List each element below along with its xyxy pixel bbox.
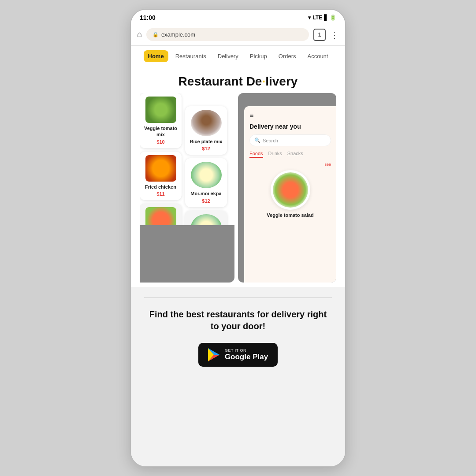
inner-search-placeholder: Search: [263, 138, 278, 143]
nav-restaurants[interactable]: Restaurants: [171, 50, 211, 62]
inner-search-icon: 🔍: [254, 138, 260, 143]
inner-see-all[interactable]: see: [249, 162, 331, 167]
gray-overlay-left: [140, 225, 234, 283]
inner-food-name: Veggie tomato salad: [249, 212, 331, 218]
food-name-2: Rice plate mix: [189, 138, 223, 145]
food-image-moi-moi: [191, 162, 222, 188]
food-image-veggie-tomato: [145, 97, 176, 123]
play-triangle-icon: [208, 348, 219, 361]
nav-bar: Home Restaurants Delivery Pickup Orders …: [131, 46, 345, 67]
webpage: Home Restaurants Delivery Pickup Orders …: [131, 46, 345, 466]
food-card-moi-moi: Moi-moi ekpa $12: [185, 158, 227, 207]
inner-tab-snacks[interactable]: Snacks: [287, 151, 303, 158]
play-store-text: GET IT ON Google Play: [225, 348, 268, 361]
inner-tab-drinks[interactable]: Drinks: [268, 151, 282, 158]
nav-account[interactable]: Account: [303, 50, 332, 62]
food-card-fried-chicken: Fried chicken $11: [140, 152, 182, 200]
inner-tabs: Foods Drinks Snacks: [249, 151, 331, 158]
food-name-3: Fried chicken: [143, 184, 178, 190]
food-name-1: Veggie tomato mix: [143, 125, 178, 138]
food-image-fried-chicken: [145, 155, 176, 182]
tab-button[interactable]: 1: [313, 29, 326, 41]
nav-orders[interactable]: Orders: [274, 50, 301, 62]
food-image-rice: [191, 110, 222, 136]
food-price-2: $12: [189, 146, 223, 151]
food-price-4: $12: [189, 198, 223, 204]
cta-text: Find the best restaurants for delivery r…: [144, 309, 332, 332]
food-name-4: Moi-moi ekpa: [189, 190, 223, 197]
divider: [144, 298, 332, 298]
lock-icon: 🔒: [152, 32, 159, 37]
inner-menu-icon: ≡: [249, 112, 331, 119]
food-card-rice-plate: Rice plate mix $12: [185, 106, 227, 155]
status-bar: 11:00 ▾ LTE ▋ 🔋: [131, 10, 345, 25]
hero-title-area: Restaurant De·livery: [131, 67, 345, 93]
inner-search-bar[interactable]: 🔍 Search: [249, 134, 331, 146]
lte-label: LTE: [312, 15, 322, 21]
browser-menu-icon[interactable]: ⋮: [330, 30, 339, 40]
play-store-icon: [208, 348, 219, 361]
nav-home[interactable]: Home: [144, 50, 168, 62]
food-price-3: $11: [143, 191, 178, 197]
url-bar[interactable]: 🔒 example.com: [146, 28, 309, 41]
inner-food-image: [271, 170, 310, 210]
nav-delivery[interactable]: Delivery: [213, 50, 243, 62]
right-panel: ≡ Delivery near you 🔍 Search Foods Drink…: [238, 93, 336, 283]
battery-icon: 🔋: [330, 15, 336, 21]
play-store-small-text: GET IT ON: [225, 348, 268, 353]
play-store-big-text: Google Play: [225, 353, 268, 361]
bottom-section: Find the best restaurants for delivery r…: [131, 287, 345, 380]
phone-frame: 11:00 ▾ LTE ▋ 🔋 ⌂ 🔒 example.com 1 ⋮ Home…: [130, 9, 346, 467]
food-price-1: $10: [143, 139, 178, 145]
signal-icon: ▋: [324, 15, 328, 21]
food-cards-area: Veggie tomato mix $10 Fried chicken $11: [140, 93, 234, 283]
app-preview: Veggie tomato mix $10 Fried chicken $11: [140, 93, 336, 283]
google-play-button[interactable]: GET IT ON Google Play: [198, 343, 278, 367]
inner-app-title: Delivery near you: [249, 123, 331, 130]
tab-count: 1: [318, 32, 321, 38]
wifi-icon: ▾: [308, 15, 311, 21]
nav-pickup[interactable]: Pickup: [245, 50, 271, 62]
status-time: 11:00: [140, 14, 156, 21]
home-icon[interactable]: ⌂: [137, 30, 142, 39]
inner-food-circle-img: [273, 172, 308, 208]
browser-chrome: ⌂ 🔒 example.com 1 ⋮: [131, 25, 345, 46]
url-text: example.com: [161, 31, 195, 38]
inner-tab-foods[interactable]: Foods: [249, 151, 263, 158]
status-icons: ▾ LTE ▋ 🔋: [308, 15, 336, 21]
food-card-veggie-tomato: Veggie tomato mix $10: [140, 93, 182, 148]
inner-app: ≡ Delivery near you 🔍 Search Foods Drink…: [244, 106, 336, 283]
hero-title: Restaurant De·livery: [178, 74, 298, 89]
